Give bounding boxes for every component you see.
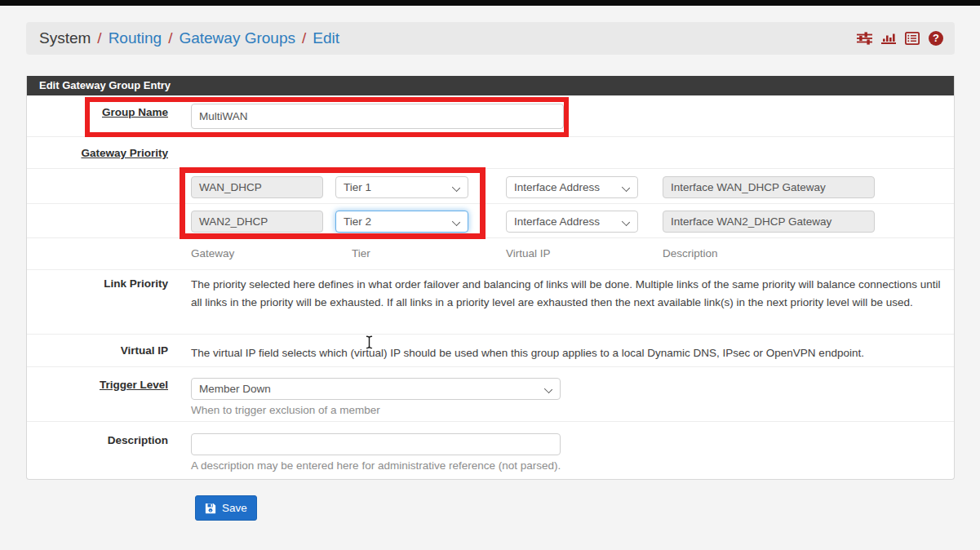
save-button-label: Save	[222, 502, 247, 514]
sliders-icon[interactable]	[857, 32, 872, 45]
header-icon-group: ?	[857, 31, 943, 46]
help-icon[interactable]: ?	[929, 31, 943, 46]
trigger-level-label: Trigger Level	[27, 379, 168, 391]
chevron-down-icon	[545, 385, 552, 393]
gateway-row-1: WAN_DHCP Tier 1 Interface Address Interf…	[27, 169, 954, 204]
virtual-ip-row: Virtual IP The virtual IP field selects …	[27, 335, 954, 367]
column-header-gateway: Gateway	[191, 247, 234, 259]
panel-title: Edit Gateway Group Entry	[27, 76, 954, 95]
breadcrumb-link-routing[interactable]: Routing	[109, 29, 162, 47]
link-priority-row: Link Priority The priority selected here…	[27, 270, 954, 335]
gateway-row-2: WAN2_DHCP Tier 2 Interface Address Inter…	[27, 204, 954, 238]
breadcrumb-system: System	[39, 29, 91, 47]
help-icon-glyph: ?	[929, 31, 943, 46]
breadcrumb-link-edit[interactable]: Edit	[313, 29, 339, 47]
trigger-level-select[interactable]: Member Down	[191, 378, 561, 400]
trigger-level-row: Trigger Level Member Down When to trigge…	[27, 367, 954, 422]
description-row: Description A description may be entered…	[27, 422, 954, 479]
edit-gateway-group-panel: Edit Gateway Group Entry Group Name Gate…	[26, 76, 955, 480]
virtual-ip-select-1-value: Interface Address	[514, 181, 600, 193]
gateway-description-input-2: Interface WAN2_DHCP Gateway	[663, 211, 875, 233]
link-priority-label: Link Priority	[27, 277, 168, 290]
group-name-input[interactable]	[191, 104, 564, 129]
save-button[interactable]: Save	[195, 495, 257, 521]
link-priority-text: The priority selected here defines in wh…	[191, 276, 951, 312]
breadcrumb: System / Routing / Gateway Groups / Edit	[26, 22, 955, 55]
gateway-name-input-2: WAN2_DHCP	[191, 211, 323, 233]
chevron-down-icon	[453, 184, 460, 191]
column-header-description: Description	[663, 247, 718, 259]
breadcrumb-link-gateway-groups[interactable]: Gateway Groups	[179, 29, 295, 47]
description-help: A description may be entered here for ad…	[191, 459, 561, 472]
virtual-ip-text: The virtual IP field selects which (virt…	[191, 344, 951, 362]
list-icon[interactable]	[905, 32, 920, 45]
column-header-tier: Tier	[352, 247, 370, 259]
bar-chart-icon[interactable]	[881, 32, 896, 45]
gateway-description-input-1: Interface WAN_DHCP Gateway	[663, 176, 875, 198]
description-label: Description	[27, 434, 168, 446]
breadcrumb-separator: /	[295, 29, 313, 47]
group-name-label: Group Name	[27, 106, 168, 118]
save-icon	[205, 503, 216, 514]
tier-select-1-value: Tier 1	[344, 181, 371, 193]
group-name-row: Group Name	[27, 95, 954, 137]
breadcrumb-separator: /	[162, 29, 179, 47]
top-black-bar	[0, 0, 980, 6]
virtual-ip-select-2[interactable]: Interface Address	[506, 211, 638, 233]
column-header-virtual-ip: Virtual IP	[506, 247, 551, 259]
chevron-down-icon	[623, 218, 630, 225]
chevron-down-icon	[623, 184, 630, 191]
gateway-name-input-1: WAN_DHCP	[191, 176, 323, 198]
tier-select-2-value: Tier 2	[344, 215, 371, 228]
virtual-ip-select-2-value: Interface Address	[514, 215, 600, 228]
gateway-column-headers: Gateway Tier Virtual IP Description	[27, 238, 954, 270]
tier-select-1[interactable]: Tier 1	[335, 176, 468, 198]
virtual-ip-select-1[interactable]: Interface Address	[506, 176, 638, 198]
chevron-down-icon	[453, 218, 460, 225]
description-input[interactable]	[191, 433, 561, 455]
gateway-priority-row: Gateway Priority	[27, 137, 954, 169]
breadcrumb-separator: /	[91, 29, 108, 47]
tier-select-2[interactable]: Tier 2	[335, 211, 468, 233]
gateway-priority-label: Gateway Priority	[27, 147, 168, 159]
trigger-level-select-value: Member Down	[199, 383, 271, 395]
trigger-level-help: When to trigger exclusion of a member	[191, 404, 380, 416]
virtual-ip-label: Virtual IP	[27, 344, 168, 357]
